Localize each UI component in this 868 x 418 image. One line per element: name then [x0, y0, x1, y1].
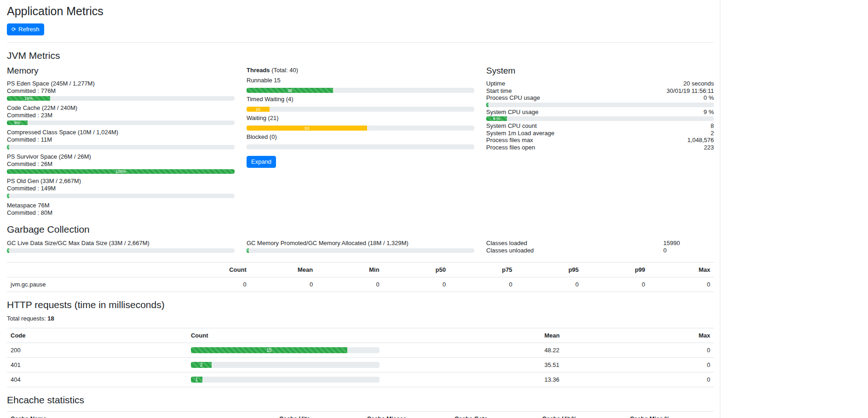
memory-item-committed: Committed : 11M: [7, 136, 235, 143]
system-title: System: [486, 66, 714, 76]
http-header-max: Max: [640, 328, 714, 343]
gc-classes: Classes loaded 15990 Classes unloaded 0: [486, 240, 714, 257]
http-header-code: Code: [7, 328, 187, 343]
ehcache-header-cache-misses: Cache Misses: [363, 412, 451, 418]
gc-row-name: jvm.gc.pause: [7, 277, 184, 292]
http-count-progress-fill: 2: [191, 362, 212, 368]
http-count-progress-bar: 1: [191, 377, 379, 383]
system-row: System 1m Load average 2: [486, 130, 714, 137]
http-count-progress-fill: 15: [191, 347, 347, 353]
progress-label: 1: [195, 378, 198, 382]
memory-progress-bar: 19%: [7, 96, 235, 101]
http-header-count: Count: [187, 328, 541, 343]
system-row-label: Process CPU usage: [486, 94, 540, 102]
system-row-value: 1,048,576: [687, 137, 714, 144]
total-requests: Total requests: 18: [7, 315, 714, 322]
table-row: 401 2 35.51 0: [7, 358, 714, 372]
system-row-label: Process files max: [486, 137, 533, 144]
gc-live-data: GC Live Data Size/GC Max Data Size (33M …: [7, 240, 235, 257]
memory-item-label: Metaspace 76M: [7, 202, 235, 209]
system-row: Process files open 223: [486, 144, 714, 151]
progress-label: 1%: [7, 145, 9, 149]
http-row-code: 401: [7, 358, 187, 372]
http-row-max: 0: [640, 358, 714, 372]
memory-progress-bar: 9%: [7, 120, 235, 125]
memory-item-committed: Committed : 26M: [7, 160, 235, 168]
progress-label: 9 %: [493, 116, 500, 121]
expand-threads-button[interactable]: Expand: [247, 156, 276, 168]
system-row-value: 20 seconds: [684, 80, 714, 87]
thread-progress-bar: 10: [247, 107, 474, 112]
gc-row-p99: 0: [582, 277, 649, 292]
gc-live-data-progress-fill: 1%: [7, 248, 9, 253]
ehcache-header-cache-name: Cache Name: [7, 412, 276, 418]
http-requests-title: HTTP requests (time in milliseconds): [7, 299, 714, 310]
progress-label: 10: [256, 107, 260, 112]
gc-header-min: Min: [316, 263, 383, 277]
gc-row-count: 0: [184, 277, 250, 292]
ehcache-header-cache-miss-pct: Cache Miss %: [626, 412, 714, 418]
progress-label: 100%: [115, 169, 126, 174]
progress-label: 1%: [247, 248, 249, 253]
classes-loaded-row: Classes loaded 15990: [486, 240, 714, 247]
gc-promoted-progress-bar: 1%: [247, 248, 474, 253]
http-count-progress-bar: 15: [191, 347, 379, 353]
system-row-label: Process files open: [486, 144, 535, 151]
memory-progress-fill: 19%: [7, 96, 50, 101]
thread-state-label: Timed Waiting (4): [247, 96, 474, 103]
http-row-count: 15: [187, 343, 541, 358]
metrics-page: Application Metrics ⟳ Refresh JVM Metric…: [0, 0, 720, 418]
http-row-mean: 13.36: [540, 372, 639, 387]
gc-header-mean: Mean: [250, 263, 316, 277]
progress-label: 2: [200, 363, 203, 367]
progress-label: 53: [305, 126, 309, 131]
system-section: System Uptime 20 seconds Start time 30/0…: [486, 66, 714, 217]
memory-item-label: PS Eden Space (245M / 1,277M): [7, 80, 235, 87]
thread-progress-fill: 38: [247, 88, 333, 93]
memory-item: Compressed Class Space (10M / 1,024M) Co…: [7, 129, 235, 149]
system-cpu-progress-bar: 9 %: [486, 116, 714, 121]
system-row-value: 0 %: [704, 94, 714, 102]
memory-item-label: Compressed Class Space (10M / 1,024M): [7, 129, 235, 136]
memory-progress-fill: 1%: [7, 145, 9, 149]
http-header-mean: Mean: [540, 328, 639, 343]
refresh-button[interactable]: ⟳ Refresh: [7, 23, 44, 35]
system-row-label: Uptime: [486, 80, 505, 87]
gc-promoted-label: GC Memory Promoted/GC Memory Allocated (…: [247, 240, 474, 247]
gc-live-data-progress-bar: 1%: [7, 248, 235, 253]
table-row: 404 1 13.36 0: [7, 372, 714, 387]
system-row-label: System CPU count: [486, 122, 537, 130]
gc-promoted-progress-fill: 1%: [247, 248, 249, 253]
thread-progress-fill: 10: [247, 107, 270, 112]
classes-unloaded-label: Classes unloaded: [486, 247, 663, 254]
gc-header-max: Max: [649, 263, 714, 277]
total-requests-value: 18: [47, 315, 54, 322]
memory-item-committed: Committed : 23M: [7, 112, 235, 119]
memory-item-label: PS Survivor Space (26M / 26M): [7, 153, 235, 160]
system-row: Uptime 20 seconds: [486, 80, 714, 87]
gc-promoted: GC Memory Promoted/GC Memory Allocated (…: [247, 240, 474, 257]
gc-metrics-table: Count Mean Min p50 p75 p95 p99 Max jvm.g…: [7, 262, 714, 292]
memory-title: Memory: [7, 66, 235, 76]
memory-item: PS Old Gen (33M / 2,667M) Committed : 14…: [7, 178, 235, 198]
http-row-mean: 35.51: [540, 358, 639, 372]
http-row-mean: 48.22: [540, 343, 639, 358]
classes-loaded-label: Classes loaded: [486, 240, 663, 247]
thread-state-label: Blocked (0): [247, 133, 474, 141]
gc-header-p95: p95: [516, 263, 582, 277]
thread-progress-fill: 53: [247, 126, 367, 131]
progress-label: 38: [287, 88, 292, 93]
gc-header-p99: p99: [582, 263, 649, 277]
memory-item-label: PS Old Gen (33M / 2,667M): [7, 178, 235, 185]
ehcache-header-cache-hit-pct: Cache Hit %: [539, 412, 627, 418]
system-row-label: Start time: [486, 87, 512, 95]
http-count-progress-bar: 2: [191, 362, 379, 368]
thread-progress-bar: [247, 144, 474, 149]
gc-live-data-label: GC Live Data Size/GC Max Data Size (33M …: [7, 240, 235, 247]
system-row: System CPU usage 9 %: [486, 109, 714, 116]
thread-state-label: Waiting (21): [247, 115, 474, 122]
gc-header-count: Count: [184, 263, 250, 277]
gc-row-p75: 0: [449, 277, 516, 292]
gc-header-p75: p75: [449, 263, 516, 277]
memory-item: PS Eden Space (245M / 1,277M) Committed …: [7, 80, 235, 101]
